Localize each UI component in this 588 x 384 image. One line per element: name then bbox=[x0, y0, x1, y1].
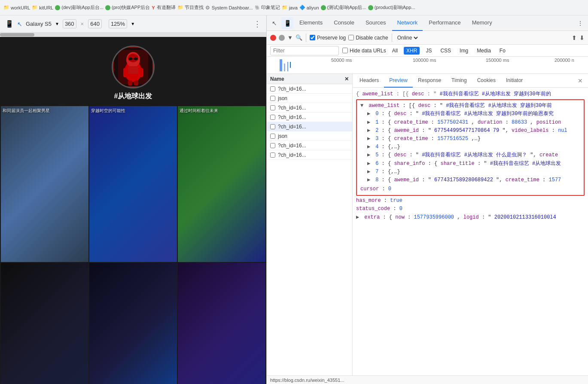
scrollbar-thumb[interactable] bbox=[0, 33, 34, 37]
filter-xhr[interactable]: XHR bbox=[404, 47, 420, 55]
device-height[interactable]: 640 bbox=[88, 19, 102, 28]
item-2-arrow[interactable]: ▶ bbox=[367, 127, 372, 135]
request-item-7[interactable]: ?ch_id=16... bbox=[267, 150, 352, 160]
stop-button[interactable] bbox=[279, 35, 285, 41]
tab-headers[interactable]: Headers bbox=[354, 74, 384, 88]
filter-input[interactable] bbox=[270, 46, 339, 55]
extra-arrow[interactable]: ▶ bbox=[356, 213, 361, 222]
filter-icon[interactable]: ▼ bbox=[287, 34, 293, 41]
request-checkbox-3[interactable] bbox=[270, 115, 275, 120]
request-checkbox-7[interactable] bbox=[270, 152, 275, 158]
video-thumb-4[interactable]: NO.1 bbox=[1, 263, 88, 384]
hide-data-urls-checkbox[interactable] bbox=[342, 48, 348, 53]
bookmark-system[interactable]: System Dashboar... bbox=[212, 5, 253, 10]
request-item-4[interactable]: ?ch_id=16... bbox=[267, 122, 352, 131]
request-checkbox-0[interactable] bbox=[270, 86, 275, 91]
request-item-3[interactable]: ?ch_id=16... bbox=[267, 113, 352, 122]
filter-img[interactable]: Img bbox=[457, 47, 471, 55]
profile-name: #从地球出发 bbox=[114, 92, 152, 101]
tab-initiator[interactable]: Initiator bbox=[501, 74, 528, 88]
disable-cache-checkbox[interactable] bbox=[348, 35, 354, 40]
devtools-more-icon[interactable]: ⋮ bbox=[574, 17, 586, 29]
preserve-log-label[interactable]: Preserve log bbox=[310, 35, 346, 41]
video-thumb-3[interactable]: 通过时间框着往未来 bbox=[178, 106, 265, 262]
item-6-arrow[interactable]: ▶ bbox=[367, 160, 372, 168]
video-thumb-6[interactable]: NO.3 bbox=[178, 263, 265, 384]
bookmark-product[interactable]: (product)影响App... bbox=[368, 4, 415, 11]
preserve-log-checkbox[interactable] bbox=[310, 35, 315, 40]
request-checkbox-1[interactable] bbox=[270, 96, 275, 101]
bookmark-java[interactable]: 📁 java bbox=[282, 5, 298, 10]
request-checkbox-5[interactable] bbox=[270, 134, 275, 139]
tab-memory[interactable]: Memory bbox=[467, 15, 497, 31]
request-checkbox-6[interactable] bbox=[270, 143, 275, 148]
tab-console[interactable]: Console bbox=[329, 15, 360, 31]
horizontal-scrollbar[interactable] bbox=[0, 33, 266, 37]
bookmark-jiemu[interactable]: 📁 节目查找 bbox=[177, 4, 204, 11]
filter-font[interactable]: Fo bbox=[497, 47, 508, 55]
tab-cookies[interactable]: Cookies bbox=[472, 74, 501, 88]
tab-network[interactable]: Network bbox=[392, 15, 423, 31]
filter-js[interactable]: JS bbox=[423, 47, 434, 55]
request-item-0[interactable]: ?ch_id=16... bbox=[267, 84, 352, 94]
device-width[interactable]: 360 bbox=[63, 19, 76, 28]
bookmark-test[interactable]: (测试)影响App后... bbox=[321, 4, 366, 11]
tab-performance[interactable]: Performance bbox=[423, 15, 466, 31]
aweme-list-arrow[interactable]: ▼ bbox=[360, 102, 366, 110]
filter-css[interactable]: CSS bbox=[438, 47, 454, 55]
item-3-arrow[interactable]: ▶ bbox=[367, 135, 372, 143]
request-item-5[interactable]: json bbox=[267, 131, 352, 141]
item-5-arrow[interactable]: ▶ bbox=[367, 151, 372, 159]
tab-preview[interactable]: Preview bbox=[384, 74, 413, 88]
request-item-1[interactable]: json bbox=[267, 94, 352, 103]
download-icon[interactable]: ⬇ bbox=[579, 34, 585, 41]
video-thumb-1[interactable]: 和同届演员一起相聚男星 bbox=[1, 106, 88, 262]
cursor-icon[interactable]: ↖ bbox=[17, 21, 22, 27]
upload-icon[interactable]: ⬆ bbox=[572, 34, 577, 41]
bookmark-yinxiang[interactable]: 🐘 印象笔记 bbox=[255, 4, 280, 11]
filter-all[interactable]: All bbox=[390, 47, 400, 55]
tab-timing[interactable]: Timing bbox=[446, 74, 472, 88]
tab-elements[interactable]: Elements bbox=[294, 15, 328, 31]
request-item-2[interactable]: ?ch_id=16... bbox=[267, 103, 352, 113]
device-chevron[interactable]: ▼ bbox=[55, 21, 59, 26]
disable-cache-label[interactable]: Disable cache bbox=[348, 35, 388, 41]
bookmark-kiturl[interactable]: 📁 kitURL bbox=[32, 5, 53, 10]
hide-data-urls-label[interactable]: Hide data URLs bbox=[342, 48, 386, 54]
filter-media[interactable]: Media bbox=[474, 47, 494, 55]
request-item-6[interactable]: ?ch_id=16... bbox=[267, 141, 352, 150]
device-name[interactable]: Galaxy S5 bbox=[26, 21, 52, 27]
bookmark-youdao[interactable]: Y bbox=[152, 5, 155, 10]
inspect-icon[interactable]: ↖ bbox=[268, 17, 280, 29]
close-name-pane[interactable]: ✕ bbox=[344, 76, 349, 82]
device-toggle-icon[interactable]: 📱 bbox=[281, 17, 293, 29]
tab-response[interactable]: Response bbox=[413, 74, 446, 88]
device-toolbar-menu[interactable]: ⋮ bbox=[253, 19, 261, 29]
request-checkbox-2[interactable] bbox=[270, 105, 275, 110]
device-mode-icon[interactable]: 📱 bbox=[5, 20, 14, 28]
throttle-select[interactable]: Online bbox=[396, 34, 419, 41]
close-preview-icon[interactable]: ✕ bbox=[578, 77, 583, 84]
json-cursor: cursor : 0 bbox=[360, 185, 580, 193]
bookmark-workurl[interactable]: 📁 workURL bbox=[3, 5, 30, 10]
item-1-arrow[interactable]: ▶ bbox=[367, 119, 372, 127]
request-checkbox-4[interactable] bbox=[270, 124, 275, 129]
video-thumb-5[interactable]: NO.2 bbox=[89, 263, 177, 384]
network-body: Name ✕ ?ch_id=16... json ?ch_id=16... bbox=[267, 74, 588, 375]
json-item-3: ▶ 3 : { create_time : 1577516525 ,…} bbox=[367, 135, 580, 143]
devtools-tab-bar: ↖ 📱 Elements Console Sources Network Per… bbox=[267, 15, 588, 31]
item-4-arrow[interactable]: ▶ bbox=[367, 143, 372, 151]
record-button[interactable] bbox=[270, 35, 276, 41]
item-0-arrow[interactable]: ▶ bbox=[367, 110, 372, 118]
item-8-arrow[interactable]: ▶ bbox=[367, 176, 372, 184]
search-icon[interactable]: 🔍 bbox=[296, 34, 302, 41]
bookmark-dev[interactable]: (dev)影响App后台... bbox=[55, 4, 104, 11]
item-7-arrow[interactable]: ▶ bbox=[367, 168, 372, 176]
svg-rect-10 bbox=[128, 80, 132, 85]
bookmark-pro[interactable]: (pro)快媒APP后台 bbox=[105, 4, 150, 11]
device-zoom[interactable]: 125% bbox=[109, 19, 127, 28]
bookmark-aliyun[interactable]: 🔷 aliyun bbox=[299, 5, 319, 10]
svg-rect-7 bbox=[128, 66, 138, 74]
tab-sources[interactable]: Sources bbox=[360, 15, 391, 31]
video-thumb-2[interactable]: 穿越时空的可能性 bbox=[89, 106, 177, 262]
